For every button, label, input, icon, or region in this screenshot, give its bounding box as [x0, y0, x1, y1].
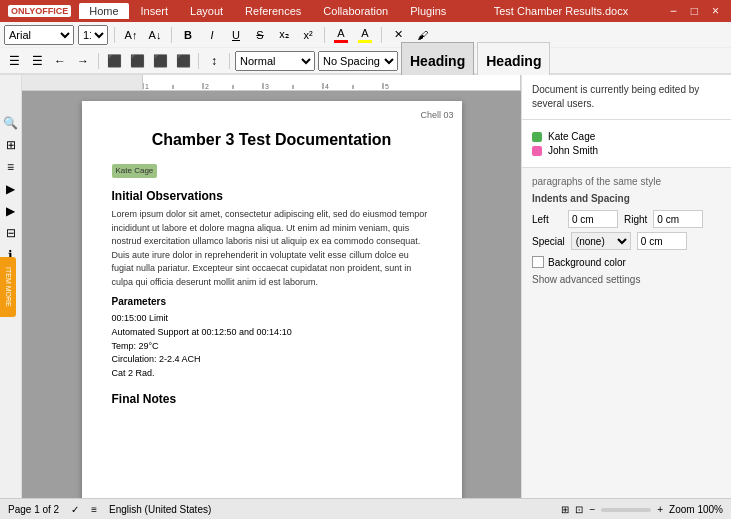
align-right-button[interactable]: ⬛: [150, 51, 170, 71]
tab-layout[interactable]: Layout: [180, 3, 233, 19]
indent-special-row: Special (none): [532, 232, 721, 250]
tab-home[interactable]: Home: [79, 3, 128, 19]
svg-text:4: 4: [325, 83, 329, 90]
toolbar-row1: Arial 11 A↑ A↓ B I U S x₂ x² A A ✕ 🖌: [0, 22, 731, 48]
font-size-select[interactable]: 11: [78, 25, 108, 45]
svg-text:1: 1: [145, 83, 149, 90]
separator2: [171, 27, 172, 43]
user-indicator: Chell 03: [420, 109, 453, 122]
decrease-indent-button[interactable]: ←: [50, 51, 70, 71]
special-select[interactable]: (none): [571, 232, 631, 250]
line-spacing-button[interactable]: ↕: [204, 51, 224, 71]
indent-right-input[interactable]: [653, 210, 703, 228]
special-label: Special: [532, 236, 565, 247]
strikethrough-button[interactable]: S: [250, 25, 270, 45]
increase-indent-button[interactable]: →: [73, 51, 93, 71]
page-container: Chell 03 Chamber 3 Test Documentation Ka…: [22, 91, 521, 498]
italic-button[interactable]: I: [202, 25, 222, 45]
heading2-button[interactable]: Heading: [477, 42, 550, 80]
align-center-button[interactable]: ⬛: [127, 51, 147, 71]
indent-panel: paragraphs of the same style Indents and…: [522, 168, 731, 293]
sidebar-play-icon[interactable]: ▶: [3, 203, 19, 219]
main-area: ITEM MORE 🔍 ⊞ ≡ ▶ ▶ ⊟ ℹ 1 2: [0, 75, 731, 498]
section3-heading: Final Notes: [112, 391, 432, 408]
sidebar-list-icon[interactable]: ≡: [3, 159, 19, 175]
indent-left-input[interactable]: [568, 210, 618, 228]
param-circulation: Circulation: 2-2.4 ACH: [112, 353, 432, 366]
svg-text:5: 5: [385, 83, 389, 90]
zoom-out-button[interactable]: −: [589, 504, 595, 515]
justify-button[interactable]: ⬛: [173, 51, 193, 71]
spacing-style-select[interactable]: No Spacing: [318, 51, 398, 71]
spell-check-icon[interactable]: ✓: [71, 504, 79, 515]
decrease-font-button[interactable]: A↓: [145, 25, 165, 45]
maximize-button[interactable]: □: [687, 4, 702, 18]
underline-button[interactable]: U: [226, 25, 246, 45]
sidebar-arrow-icon[interactable]: ▶: [3, 181, 19, 197]
user-item-2: John Smith: [532, 145, 721, 156]
tab-collaboration[interactable]: Collaboration: [313, 3, 398, 19]
font-color-strip: [334, 40, 348, 43]
svg-text:2: 2: [205, 83, 209, 90]
zoom-in-button[interactable]: +: [657, 504, 663, 515]
title-bar-left: ONLYOFFICE Home Insert Layout References…: [8, 3, 456, 19]
sidebar-search-icon[interactable]: 🔍: [3, 115, 19, 131]
tab-insert[interactable]: Insert: [131, 3, 179, 19]
document-page: Chell 03 Chamber 3 Test Documentation Ka…: [82, 101, 462, 498]
section1-heading: Initial Observations: [112, 188, 432, 205]
paragraph-style-select[interactable]: Normal: [235, 51, 315, 71]
special-amount-input[interactable]: [637, 232, 687, 250]
list-bullet-button[interactable]: ☰: [4, 51, 24, 71]
track-changes-icon[interactable]: ≡: [91, 504, 97, 515]
user-name-1: Kate Cage: [548, 131, 595, 142]
right-panel: Document is currently being edited by se…: [521, 75, 731, 498]
sidebar-table-icon[interactable]: ⊟: [3, 225, 19, 241]
highlight-color-button[interactable]: A: [355, 26, 375, 44]
indent-left-row: Left Right: [532, 210, 721, 228]
user-item-1: Kate Cage: [532, 131, 721, 142]
view-icon-1[interactable]: ⊞: [561, 504, 569, 515]
tab-plugins[interactable]: Plugins: [400, 3, 456, 19]
close-button[interactable]: ×: [708, 4, 723, 18]
param-temp: Temp: 29°C: [112, 340, 432, 353]
menu-tabs: Home Insert Layout References Collaborat…: [79, 3, 456, 19]
font-color-button[interactable]: A: [331, 26, 351, 44]
superscript-button[interactable]: x²: [298, 25, 318, 45]
font-name-select[interactable]: Arial: [4, 25, 74, 45]
left-sidebar: ITEM MORE 🔍 ⊞ ≡ ▶ ▶ ⊟ ℹ: [0, 75, 22, 498]
bg-color-row[interactable]: Background color: [532, 256, 721, 268]
bold-button[interactable]: B: [178, 25, 198, 45]
item-more-button[interactable]: ITEM MORE: [0, 257, 16, 317]
list-number-button[interactable]: ☰: [27, 51, 47, 71]
svg-text:3: 3: [265, 83, 269, 90]
ruler-corner: [22, 75, 142, 91]
user-dot-2: [532, 146, 542, 156]
separator4: [381, 27, 382, 43]
font-color-icon: A: [337, 27, 344, 39]
heading1-button[interactable]: Heading: [401, 42, 474, 80]
document-title-heading: Chamber 3 Test Documentation: [112, 129, 432, 151]
sep6: [198, 53, 199, 69]
show-advanced-button[interactable]: Show advanced settings: [532, 274, 721, 285]
sep5: [98, 53, 99, 69]
highlight-icon: A: [361, 27, 368, 39]
indent-left-label: Left: [532, 214, 562, 225]
section1-body[interactable]: Lorem ipsum dolor sit amet, consectetur …: [112, 208, 432, 289]
window-controls: − □ ×: [666, 4, 723, 18]
param-limit: 00:15:00 Limit: [112, 312, 432, 325]
align-left-button[interactable]: ⬛: [104, 51, 124, 71]
increase-font-button[interactable]: A↑: [121, 25, 141, 45]
sidebar-grid-icon[interactable]: ⊞: [3, 137, 19, 153]
subscript-button[interactable]: x₂: [274, 25, 294, 45]
language-indicator[interactable]: English (United States): [109, 504, 211, 515]
document-area: 1 2 3 4 5: [22, 75, 521, 498]
toolbar-row2: ☰ ☰ ← → ⬛ ⬛ ⬛ ⬛ ↕ Normal No Spacing Head…: [0, 48, 731, 74]
user-name-2: John Smith: [548, 145, 598, 156]
tab-references[interactable]: References: [235, 3, 311, 19]
minimize-button[interactable]: −: [666, 4, 681, 18]
paragraphs-note: paragraphs of the same style: [532, 176, 721, 187]
zoom-level: Zoom 100%: [669, 504, 723, 515]
document-title: Test Chamber Results.docx: [456, 5, 665, 17]
zoom-slider[interactable]: [601, 508, 651, 512]
view-icon-2[interactable]: ⊡: [575, 504, 583, 515]
